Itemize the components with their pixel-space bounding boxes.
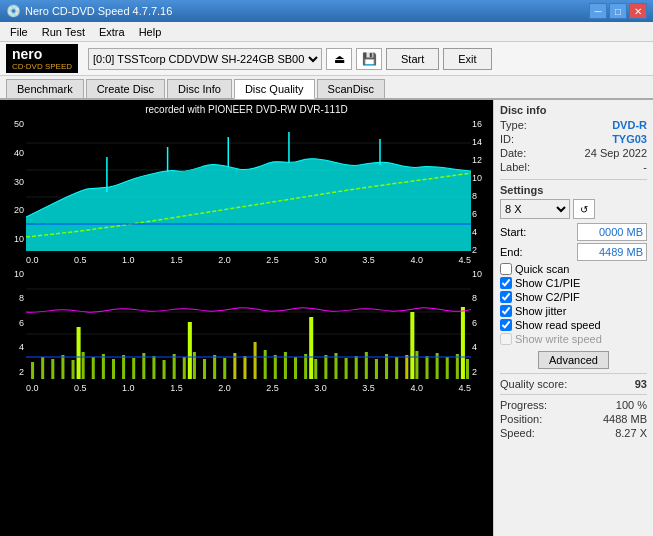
show-jitter-checkbox[interactable] bbox=[500, 305, 512, 317]
svg-rect-37 bbox=[264, 350, 267, 379]
save-button[interactable]: 💾 bbox=[356, 48, 382, 70]
svg-rect-41 bbox=[304, 354, 307, 379]
start-button[interactable]: Start bbox=[386, 48, 439, 70]
top-chart: 50 40 30 20 10 16 14 12 10 8 6 4 2 bbox=[4, 117, 489, 265]
menu-run-test[interactable]: Run Test bbox=[36, 24, 91, 40]
window-controls: ─ □ ✕ bbox=[589, 3, 647, 19]
svg-rect-17 bbox=[61, 355, 64, 379]
show-write-speed-checkbox bbox=[500, 333, 512, 345]
tab-benchmark[interactable]: Benchmark bbox=[6, 79, 84, 98]
svg-rect-18 bbox=[72, 360, 75, 379]
y2-right-8: 8 bbox=[472, 293, 488, 303]
y2-right-2: 2 bbox=[472, 367, 488, 377]
disc-date-label: Date: bbox=[500, 147, 526, 159]
disc-date-value: 24 Sep 2022 bbox=[585, 147, 647, 159]
svg-rect-31 bbox=[203, 359, 206, 379]
show-jitter-label: Show jitter bbox=[515, 305, 566, 317]
y-axis-right-16: 16 bbox=[472, 119, 488, 129]
show-c1pie-label: Show C1/PIE bbox=[515, 277, 580, 289]
disc-label-label: Label: bbox=[500, 161, 530, 173]
speed-label: Speed: bbox=[500, 427, 535, 439]
show-read-speed-checkbox[interactable] bbox=[500, 319, 512, 331]
settings-section: Settings 8 X ↺ Start: End: Quick scan bbox=[500, 184, 647, 345]
show-c1pie-checkbox[interactable] bbox=[500, 277, 512, 289]
tab-create-disc[interactable]: Create Disc bbox=[86, 79, 165, 98]
start-label: Start: bbox=[500, 226, 526, 238]
divider-2 bbox=[500, 373, 647, 374]
svg-rect-15 bbox=[41, 357, 44, 379]
y2-axis-10: 10 bbox=[6, 269, 24, 279]
top-chart-svg bbox=[26, 117, 471, 251]
svg-rect-55 bbox=[446, 357, 449, 379]
chart-title: recorded with PIONEER DVD-RW DVR-111D bbox=[4, 104, 489, 115]
svg-rect-43 bbox=[324, 355, 327, 379]
bottom-chart: 10 8 6 4 2 10 8 6 4 2 bbox=[4, 267, 489, 393]
minimize-button[interactable]: ─ bbox=[589, 3, 607, 19]
y2-right-4: 4 bbox=[472, 342, 488, 352]
progress-value: 100 % bbox=[616, 399, 647, 411]
eject-button[interactable]: ⏏ bbox=[326, 48, 352, 70]
svg-rect-51 bbox=[405, 355, 408, 379]
svg-rect-32 bbox=[213, 355, 216, 379]
exit-button[interactable]: Exit bbox=[443, 48, 491, 70]
start-row: Start: bbox=[500, 223, 647, 241]
maximize-button[interactable]: □ bbox=[609, 3, 627, 19]
disc-type-label: Type: bbox=[500, 119, 527, 131]
show-c2pif-checkbox[interactable] bbox=[500, 291, 512, 303]
advanced-button[interactable]: Advanced bbox=[538, 351, 609, 369]
end-row: End: bbox=[500, 243, 647, 261]
disc-info-title: Disc info bbox=[500, 104, 647, 116]
end-input[interactable] bbox=[577, 243, 647, 261]
y-axis-top-50: 50 bbox=[6, 119, 24, 129]
app-icon: 💿 bbox=[6, 4, 21, 18]
divider-3 bbox=[500, 394, 647, 395]
drive-select[interactable]: [0:0] TSSTcorp CDDVDW SH-224GB SB00 bbox=[88, 48, 322, 70]
tab-scan-disc[interactable]: ScanDisc bbox=[317, 79, 385, 98]
menu-help[interactable]: Help bbox=[133, 24, 168, 40]
quick-scan-checkbox[interactable] bbox=[500, 263, 512, 275]
logo-text: nero bbox=[12, 46, 72, 62]
disc-date-row: Date: 24 Sep 2022 bbox=[500, 147, 647, 159]
y-axis-right-8: 8 bbox=[472, 191, 488, 201]
close-button[interactable]: ✕ bbox=[629, 3, 647, 19]
svg-rect-53 bbox=[425, 356, 428, 379]
svg-rect-45 bbox=[345, 358, 348, 379]
y2-axis-6: 6 bbox=[6, 318, 24, 328]
svg-rect-20 bbox=[92, 357, 95, 379]
disc-label-row: Label: - bbox=[500, 161, 647, 173]
y2-right-6: 6 bbox=[472, 318, 488, 328]
svg-rect-59 bbox=[188, 322, 192, 379]
main-content: recorded with PIONEER DVD-RW DVR-111D 50… bbox=[0, 100, 653, 536]
quality-score-value: 93 bbox=[635, 378, 647, 390]
menu-bar: File Run Test Extra Help bbox=[0, 22, 653, 42]
speed-select[interactable]: 8 X bbox=[500, 199, 570, 219]
bottom-x-axis: 0.00.51.01.52.02.53.03.54.04.5 bbox=[26, 383, 471, 393]
tab-bar: Benchmark Create Disc Disc Info Disc Qua… bbox=[0, 76, 653, 100]
disc-id-value: TYG03 bbox=[612, 133, 647, 145]
title-bar: 💿 Nero CD-DVD Speed 4.7.7.16 ─ □ ✕ bbox=[0, 0, 653, 22]
y2-axis-4: 4 bbox=[6, 342, 24, 352]
refresh-button[interactable]: ↺ bbox=[573, 199, 595, 219]
svg-rect-47 bbox=[365, 352, 368, 379]
show-c2pif-row: Show C2/PIF bbox=[500, 291, 647, 303]
tab-disc-info[interactable]: Disc Info bbox=[167, 79, 232, 98]
svg-rect-14 bbox=[31, 362, 34, 379]
menu-extra[interactable]: Extra bbox=[93, 24, 131, 40]
show-write-speed-label: Show write speed bbox=[515, 333, 602, 345]
svg-rect-27 bbox=[163, 360, 166, 379]
title-bar-text: Nero CD-DVD Speed 4.7.7.16 bbox=[25, 5, 172, 17]
logo: nero CD·DVD SPEED bbox=[6, 44, 78, 73]
start-input[interactable] bbox=[577, 223, 647, 241]
svg-rect-30 bbox=[193, 352, 196, 379]
bottom-chart-svg bbox=[26, 267, 471, 379]
disc-id-label: ID: bbox=[500, 133, 514, 145]
y-axis-right-4: 4 bbox=[472, 227, 488, 237]
tab-disc-quality[interactable]: Disc Quality bbox=[234, 79, 315, 99]
speed-row-progress: Speed: 8.27 X bbox=[500, 427, 647, 439]
svg-rect-21 bbox=[102, 354, 105, 379]
toolbar: nero CD·DVD SPEED [0:0] TSSTcorp CDDVDW … bbox=[0, 42, 653, 76]
menu-file[interactable]: File bbox=[4, 24, 34, 40]
y-axis-top-30: 30 bbox=[6, 177, 24, 187]
show-read-speed-label: Show read speed bbox=[515, 319, 601, 331]
settings-title: Settings bbox=[500, 184, 647, 196]
